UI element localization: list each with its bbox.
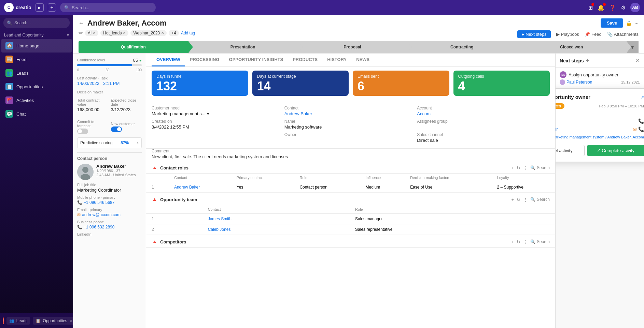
back-button[interactable]: ← [79, 20, 84, 26]
attachments-button[interactable]: 📎 Attachments [607, 32, 639, 37]
sidebar-item-activities-label: Activities [16, 98, 34, 103]
contact-person-section: Contact person Andrew Baker 1/20/1986 · … [77, 152, 142, 236]
contact-roles-add[interactable]: + [511, 165, 514, 170]
competitors-more[interactable]: ⋮ [523, 239, 528, 244]
opp-team-refresh[interactable]: ↻ [517, 197, 520, 202]
lock-icon[interactable]: 🔒 [626, 20, 632, 26]
save-button[interactable]: Save [601, 18, 623, 28]
next-steps-button[interactable]: ● Next steps [517, 30, 550, 38]
competitors-add[interactable]: + [511, 239, 514, 244]
next-steps-close[interactable]: ✕ [635, 57, 640, 64]
search-input[interactable] [72, 5, 152, 10]
play-button[interactable]: ▶ [36, 3, 44, 12]
sidebar-section[interactable]: Lead and Opportunity ▾ [0, 31, 73, 39]
progress-mid: 50 [106, 68, 109, 72]
add-tag-button[interactable]: Add tag [181, 31, 195, 35]
opp-team-search[interactable]: 🔍 Search [530, 197, 550, 202]
tab-processing[interactable]: PROCESSING [185, 54, 224, 66]
stage-qualification[interactable]: Qualification [79, 41, 188, 53]
tab-news[interactable]: NEWS [351, 54, 374, 66]
opp-team-add[interactable]: + [511, 197, 514, 202]
bell-icon[interactable]: 🔔 [598, 4, 604, 11]
tag-ai-remove[interactable]: ✕ [93, 31, 96, 35]
tab-opportunity-insights[interactable]: OPPORTUNITY INSIGHTS [224, 54, 288, 66]
sidebar-item-activities[interactable]: 🚩 Activities [1, 93, 72, 107]
settings-icon[interactable]: ⚙ [621, 4, 626, 11]
last-activity-date[interactable]: 14/03/2022 3:11 PM [77, 81, 142, 86]
tab-history[interactable]: HISTORY [322, 54, 351, 66]
competitors-refresh[interactable]: ↻ [517, 239, 520, 244]
feed-button[interactable]: 📌 Feed [585, 32, 602, 37]
popup-external-link[interactable]: ↗ [641, 95, 644, 100]
global-search[interactable]: 🔍 [60, 3, 156, 12]
conn-phone2-icon[interactable]: 📞 [638, 126, 644, 132]
tag-ai: AI ✕ [85, 30, 98, 36]
tag-webinar-remove[interactable]: ✕ [161, 31, 164, 35]
metric-outgoing-calls: Outgoing calls 4 [453, 71, 550, 96]
sidebar-item-leads[interactable]: 👥 Leads [1, 66, 72, 80]
tab-overview[interactable]: OVERVIEW [152, 54, 185, 66]
connection-mgmt[interactable]: 📋 Marketing management system / Andrew B… [555, 133, 644, 141]
user-avatar[interactable]: AB [630, 3, 640, 12]
opp-row1-contact[interactable]: James Smith [202, 214, 350, 224]
stage-closed-won[interactable]: Closed won [517, 41, 626, 53]
sidebar-item-feed[interactable]: 📰 Feed [1, 53, 72, 66]
cancel-activity-button[interactable]: ✕ Cancel activity [555, 145, 585, 156]
help-icon[interactable]: ❓ [609, 4, 616, 11]
connection-accom[interactable]: 📄 Accom 📞 [555, 117, 644, 125]
row-contact[interactable]: Andrew Baker [169, 182, 231, 193]
stage-proposal[interactable]: Proposal [298, 41, 407, 53]
logo: C creatio [4, 3, 31, 12]
edit-icon[interactable]: ✏ [79, 30, 83, 36]
contact-roles-search[interactable]: 🔍 Search [530, 165, 550, 170]
next-steps-item[interactable]: NS Assign opportunity owner Paul Peterso… [556, 68, 644, 89]
conn-phone-icon[interactable]: 📞 [638, 118, 644, 124]
tag-webinar-label: Webinar_2023 [133, 31, 160, 35]
new-customer-toggle[interactable] [111, 126, 122, 132]
taskbar-opportunities-label: Opportunities [43, 318, 67, 323]
sidebar-item-chat[interactable]: 💬 Chat [1, 107, 72, 121]
grid-icon[interactable]: ⊞ [588, 4, 593, 11]
commit-forecast-toggle[interactable] [77, 129, 88, 134]
competitors-search[interactable]: 🔍 Search [530, 239, 550, 244]
account-value[interactable]: Accom [417, 111, 550, 116]
tag-hot-leads-remove[interactable]: ✕ [123, 31, 126, 35]
comment-label: Comment [152, 149, 550, 153]
attachment-icon: 📎 [607, 32, 613, 37]
playbook-button[interactable]: ▶ Playbook [556, 32, 579, 37]
complete-activity-button[interactable]: ✓ Complete acivity [587, 145, 644, 156]
more-options-icon[interactable]: ··· [634, 20, 639, 26]
popup-title: Assign opportunity owner [555, 94, 590, 100]
name-value: Marketing software [284, 124, 417, 130]
connection-baker[interactable]: 👤 Andrew Baker ✉ 📞 [555, 125, 644, 133]
customer-need-value[interactable]: Marketing management s... ▾ [152, 111, 284, 116]
ns-avatar: NS [560, 71, 566, 78]
taskbar-opportunities-close[interactable]: ✕ [69, 318, 73, 323]
opp-team-more[interactable]: ⋮ [523, 197, 528, 202]
add-button[interactable]: + [48, 3, 56, 12]
conn-email-icon[interactable]: ✉ [633, 126, 637, 132]
row-influence: Medium [360, 182, 405, 193]
taskbar-alert[interactable]: ! [3, 317, 4, 324]
predictive-label: Predictive scoring [80, 140, 113, 145]
tab-products[interactable]: PRODUCTS [288, 54, 322, 66]
contact-roles-more[interactable]: ⋮ [523, 165, 528, 170]
business-phone-value[interactable]: 📞 +1 096 632 2890 [77, 225, 142, 229]
mobile-value[interactable]: 📞 +1 096 546 5687 [77, 200, 142, 205]
stage-contracting[interactable]: Contracting [407, 41, 517, 53]
sidebar-item-home[interactable]: 🏠 Home page [1, 39, 72, 53]
stage-presentation[interactable]: Presentation [188, 41, 298, 53]
tag-more[interactable]: +4 [169, 30, 179, 36]
email-value[interactable]: ✉ andrew@accom.com [77, 212, 142, 217]
comment-text: New client, first sale. The client needs… [152, 154, 550, 159]
next-steps-add[interactable]: + [586, 57, 590, 64]
contact-value[interactable]: Andrew Baker [284, 111, 417, 116]
sidebar-search[interactable]: 🔍 Search... [3, 18, 70, 28]
opp-row1-num: 1 [146, 214, 202, 224]
taskbar-opportunities[interactable]: 📋 Opportunities ✕ [33, 317, 75, 325]
taskbar-leads[interactable]: 👥 Leads [6, 317, 30, 325]
predictive-scoring[interactable]: Predictive scoring 87% › [77, 137, 142, 148]
opp-row2-contact[interactable]: Caleb Jones [202, 224, 350, 235]
sidebar-item-opportunities[interactable]: 📋 Opportunities [1, 80, 72, 93]
contact-roles-refresh[interactable]: ↻ [517, 165, 520, 170]
